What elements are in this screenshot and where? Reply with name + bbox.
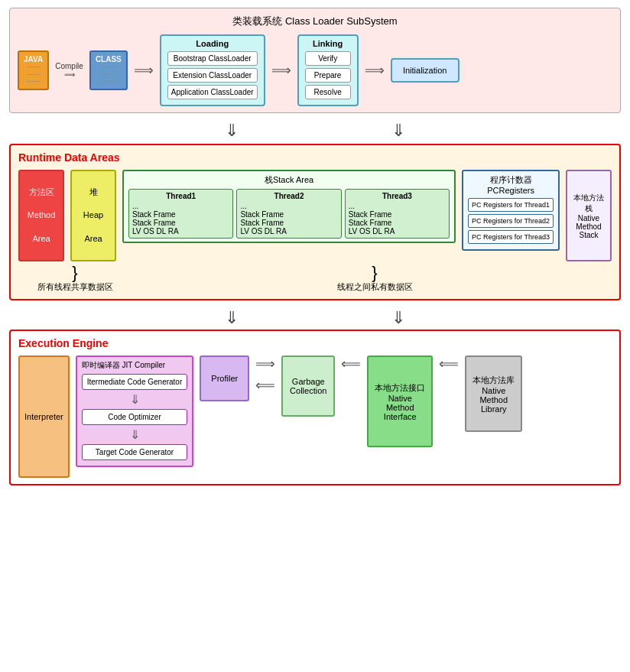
jit-item2: Target Code Generator — [82, 444, 188, 460]
thread2-box: Thread2 ... Stack Frame Stack Frame LV O… — [236, 189, 341, 239]
arrow-to-linking: ⟹ — [271, 62, 291, 79]
jvm-diagram: 类装载系统 Class Loader SubSystem JAVA ──────… — [9, 8, 621, 485]
jit-arrow2: ⇓ — [82, 427, 188, 442]
threads-row: Thread1 ... Stack Frame Stack Frame LV O… — [128, 189, 450, 239]
execution-section: Execution Engine Interpreter 即时编译器 JIT C… — [9, 330, 621, 485]
jit-item1: Code Optimizer — [82, 409, 188, 425]
down-arrow-4: ⇓ — [391, 308, 405, 328]
thread3-item2: Stack Frame — [349, 219, 446, 227]
thread2-item0: ... — [240, 202, 337, 210]
native-library-box: 本地方法库 Native Method Library — [465, 355, 522, 432]
classloader-title: 类装载系统 Class Loader SubSystem — [18, 15, 612, 28]
thread2-item1: Stack Frame — [240, 210, 337, 219]
arrow-to-loading: ⟹ — [134, 62, 154, 79]
class-file-icon: CLASS ───────── — [89, 50, 128, 90]
stack-area-title: 栈Stack Area — [128, 174, 450, 186]
bootstrap-loader: Bootstrap ClassLoader — [167, 51, 258, 66]
thread1-item1: Stack Frame — [132, 210, 229, 219]
shared-label: 所有线程共享数据区 — [18, 281, 132, 293]
classloader-section: 类装载系统 Class Loader SubSystem JAVA ──────… — [9, 8, 621, 113]
initialization-box: Initialization — [391, 58, 460, 83]
linking-title: Linking — [305, 39, 351, 48]
thread1-item3: LV OS DL RA — [132, 227, 229, 235]
jit-item0: Itermediate Code Generator — [82, 374, 188, 390]
thread3-item3: LV OS DL RA — [349, 227, 446, 235]
resolve-item: Resolve — [305, 85, 351, 99]
thread1-title: Thread1 — [132, 192, 229, 200]
application-loader: Application ClassLoader — [167, 85, 258, 99]
compile-arrow: Compile ⟹ — [55, 62, 83, 79]
runtime-title: Runtime Data Areas — [18, 151, 612, 164]
execution-inner: Interpreter 即时编译器 JIT Compiler Itermedia… — [18, 355, 612, 478]
runtime-inner: 方法区 Method Area 堆 Heap Area 栈Stack Area … — [18, 170, 612, 261]
thread2-item2: Stack Frame — [240, 219, 337, 227]
stack-area-box: 栈Stack Area Thread1 ... Stack Frame Stac… — [122, 170, 456, 243]
thread3-item0: ... — [349, 202, 446, 210]
horiz-arrows2: ⟸ ⟹ — [341, 355, 361, 394]
method-area-box: 方法区 Method Area — [18, 170, 64, 261]
execution-title: Execution Engine — [18, 337, 612, 349]
bottom-arrows: ⇓ ⇓ — [9, 308, 621, 328]
down-arrow-1: ⇓ — [225, 121, 239, 141]
garbage-collection-box: Garbage Collection — [281, 355, 335, 417]
file-icons: JAVA ───────── — [18, 50, 49, 90]
right-brace: } — [138, 265, 612, 281]
extension-loader: Extension ClassLoader — [167, 68, 258, 83]
native-interface-box: 本地方法接口 Native Method Interface — [367, 355, 433, 447]
jit-arrow1: ⇓ — [82, 392, 188, 407]
private-label: 线程之间私有数据区 — [138, 281, 612, 293]
pc-registers-box: 程序计数器PCRegisters PC Registers for Thread… — [462, 170, 560, 251]
profiler-box: Profiler — [200, 355, 249, 401]
thread1-item0: ... — [132, 202, 229, 210]
thread1-item2: Stack Frame — [132, 219, 229, 227]
arrow-to-init: ⟹ — [365, 62, 385, 79]
jit-compiler-box: 即时编译器 JIT Compiler Itermediate Code Gene… — [76, 355, 194, 467]
thread3-title: Thread3 — [349, 192, 446, 200]
verify-item: Verify — [305, 51, 351, 66]
pc-thread1: PC Registers for Thread1 — [468, 198, 554, 212]
pc-registers-title: 程序计数器PCRegisters — [468, 174, 554, 195]
heap-box: 堆 Heap Area — [70, 170, 116, 261]
loading-box: Loading Bootstrap ClassLoader Extension … — [160, 34, 265, 106]
pc-thread3: PC Registers for Thread3 — [468, 230, 554, 244]
native-stack-box: 本地方法 栈 Native Method Stack — [566, 170, 612, 261]
thread2-title: Thread2 — [240, 192, 337, 200]
left-brace: } — [18, 265, 132, 281]
horiz-arrows3: ⟸ ⟹ — [439, 355, 459, 394]
linking-box: Linking Verify Prepare Resolve — [297, 34, 359, 106]
down-arrow-2: ⇓ — [391, 121, 405, 141]
loading-title: Loading — [167, 39, 258, 48]
down-arrow-3: ⇓ — [225, 308, 239, 328]
java-file-icon: JAVA ───────── — [18, 50, 49, 90]
jit-title: 即时编译器 JIT Compiler — [82, 360, 188, 371]
thread1-box: Thread1 ... Stack Frame Stack Frame LV O… — [128, 189, 233, 239]
thread3-item1: Stack Frame — [349, 210, 446, 219]
runtime-section: Runtime Data Areas 方法区 Method Area 堆 Hea… — [9, 144, 621, 300]
horiz-arrows: ⟹ ⟸ — [255, 355, 275, 394]
pc-thread2: PC Registers for Thread2 — [468, 214, 554, 228]
thread3-box: Thread3 ... Stack Frame Stack Frame LV O… — [345, 189, 450, 239]
top-arrows: ⇓ ⇓ — [9, 121, 621, 141]
thread2-item3: LV OS DL RA — [240, 227, 337, 235]
interpreter-box: Interpreter — [18, 355, 70, 478]
prepare-item: Prepare — [305, 68, 351, 83]
